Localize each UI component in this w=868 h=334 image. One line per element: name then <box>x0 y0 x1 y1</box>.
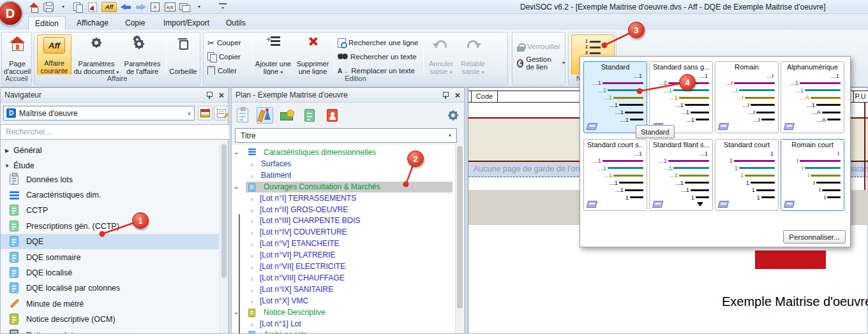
nav-item-cctp[interactable]: CCTP <box>1 203 219 218</box>
numbering-style-romain[interactable]: Romain ...I...I...I...I...I...I...I <box>715 61 779 133</box>
print-dropdown-caret[interactable]: ▾ <box>57 1 69 13</box>
close-icon[interactable] <box>218 92 224 98</box>
nav-item-caracteristiques-dim[interactable]: Caractéristiques dim. <box>1 187 219 203</box>
copy-page-quick-button[interactable] <box>72 1 84 13</box>
plan-contacts-button[interactable] <box>324 107 340 124</box>
qat-overflow-button[interactable]: ▾ <box>217 1 228 13</box>
plan-item-lot-6[interactable]: ›[Lot n°VI] PLATRERIE <box>232 250 454 261</box>
plan-item-lot-8[interactable]: ›[Lot n°VIII] CHAUFFAGE <box>232 273 454 284</box>
tab-edition[interactable]: Edition <box>28 16 66 30</box>
print-quick-button[interactable] <box>43 1 54 13</box>
numbering-style-alphanumerique[interactable]: Alphanumérique ...1...1...1...A...1...A.… <box>781 61 844 133</box>
nav-item-dqe-localise-colonnes[interactable]: DQE localisé par colonnes <box>1 280 219 296</box>
edit-profile-button[interactable] <box>214 106 228 120</box>
copier-button[interactable]: Copier <box>207 50 241 63</box>
search-input[interactable] <box>1 124 229 140</box>
aff-quick-button[interactable]: Aff <box>101 1 117 13</box>
numbering-preview-row: ...1 <box>653 164 709 172</box>
ribbon-group-edition: ✂Couper Copier Coller + Ajouter une lign… <box>203 32 508 85</box>
forward-arrow-icon <box>135 4 146 11</box>
column-header-code[interactable]: Code <box>471 91 498 102</box>
parametres-document-button[interactable]: Paramètres du document ▾ <box>73 34 119 75</box>
nav-item-minute-metre[interactable]: Minute de métré <box>1 296 219 312</box>
windows-dropdown-caret[interactable]: ▾ <box>193 1 205 13</box>
ajouter-ligne-button[interactable]: + Ajouter une ligne ▾ <box>255 34 292 75</box>
plan-item-batiment[interactable]: ›Batiment <box>232 170 454 181</box>
nav-item-notice-descriptive[interactable]: Notice descriptive (OCM) <box>1 312 219 327</box>
corbeille-button[interactable]: Corbeille <box>168 34 198 75</box>
nav-section-general[interactable]: ▶Général <box>1 143 219 158</box>
nav-item-ratios-lots[interactable]: Ratios par lots <box>1 328 219 333</box>
tab-outils[interactable]: Outils <box>220 16 252 30</box>
numbering-preview-row: I <box>784 194 841 201</box>
personnaliser-button[interactable]: Personnaliser... <box>783 230 846 243</box>
nav-item-dqe-sommaire[interactable]: DQE sommaire <box>1 250 219 265</box>
column-header-pu[interactable]: P.U. <box>853 91 868 102</box>
numbering-preview-row: ...I <box>719 109 775 117</box>
parametres-affaire-button[interactable]: Paramètres de l'affaire <box>121 34 164 75</box>
gestion-lien-button[interactable]: Gestion de lien▾ <box>517 57 565 69</box>
plan-section-archives[interactable]: Archives lots <box>232 330 454 333</box>
home-quick-button[interactable] <box>28 1 40 13</box>
plan-item-lot-9[interactable]: ›[Lot n°IX] SANITAIRE <box>232 284 454 295</box>
numbering-style-standard-filant[interactable]: Standard filant s... ...1...1...1...1...… <box>649 139 713 211</box>
navigator-panel: Navigateur D Maîtrise d'oeuvre ∨ ▶Généra… <box>0 87 228 334</box>
affaire-courante-button[interactable]: Aff Affaire courante <box>37 34 71 75</box>
plan-item-lot-10[interactable]: ›[Lot n°X] VMC <box>232 296 454 307</box>
plan-item-lot-notice[interactable]: ›[Lot n°1] Lot <box>232 319 454 330</box>
pdf-export-quick-button[interactable] <box>87 1 98 13</box>
tab-import-export[interactable]: Import/Export <box>157 16 216 30</box>
plan-item-lot-5[interactable]: ›[Lot n°V] ETANCHEITE <box>232 238 454 249</box>
nav-section-etude[interactable]: ▼Étude <box>1 158 219 173</box>
scrollbar-thumb[interactable] <box>457 146 463 309</box>
close-icon[interactable] <box>454 92 460 98</box>
navigator-scrollbar[interactable] <box>220 142 227 333</box>
numbering-style-standard[interactable]: Standard ...1...1...1...1...1...1...1 <box>583 61 647 133</box>
back-quick-button[interactable] <box>120 1 131 13</box>
field-ab-quick-button[interactable]: A|B <box>164 1 176 13</box>
field-a-quick-button[interactable]: A <box>149 1 161 13</box>
plan-item-lot-3[interactable]: ›[Lot n°III] CHARPENTE BOIS <box>232 215 454 226</box>
nav-item-prescriptions-gen[interactable]: Prescriptions gén. (CCTP) <box>1 219 219 234</box>
plan-item-lot-2[interactable]: ›[Lot n°II] GROS-OEUVRE <box>232 205 454 215</box>
page-accueil-button[interactable]: Page d'accueil <box>3 34 31 75</box>
plan-item-lot-1[interactable]: ›[Lot n°I] TERRASSEMENTS <box>232 193 454 204</box>
supprimer-ligne-button[interactable]: Supprimer une ligne <box>293 34 333 75</box>
plan-item-lot-4[interactable]: ›[Lot n°IV] COUVERTURE <box>232 227 454 238</box>
callout-badge-3: 3 <box>628 22 645 38</box>
numbering-style-romain-court[interactable]: Romain court IIIIIII <box>781 139 844 211</box>
nav-item-donnees-lots[interactable]: Données lots <box>1 172 219 187</box>
plan-scrollbar[interactable] <box>455 145 463 333</box>
couper-button[interactable]: ✂Couper <box>207 36 241 49</box>
plan-column-header[interactable]: Titre ▾ <box>235 128 457 143</box>
rechercher-ligne-button[interactable]: Rechercher une ligne <box>338 36 418 49</box>
plan-data-button[interactable] <box>234 107 251 124</box>
dropdown-triangle-icon[interactable] <box>697 202 703 207</box>
nav-item-dqe[interactable]: DQE <box>1 234 219 249</box>
nav-item-dqe-localise[interactable]: DQE localisé <box>1 265 219 280</box>
verrouiller-button[interactable]: Verrouiller <box>517 40 560 53</box>
plan-item-lot-7[interactable]: ›[Lot n°VII] ELECTRICITE <box>232 261 454 272</box>
plan-section-ouvrages[interactable]: ›Ouvrages Consultation & Marchés <box>232 182 454 192</box>
pin-icon[interactable] <box>442 92 448 99</box>
plan-design-button[interactable] <box>257 107 273 124</box>
numbering-style-standard-court[interactable]: Standard court 1111111 <box>715 139 779 211</box>
annuler-saisie-button[interactable]: Annuler saisie ▾ <box>426 34 456 75</box>
windows-quick-button[interactable] <box>179 1 190 13</box>
numbering-style-standard-sans[interactable]: Standard sans g... ...1...1...1...1...1.… <box>649 61 713 133</box>
numbering-style-standard-court-s[interactable]: Standard court s... ...1...1...1...1...1… <box>583 139 647 211</box>
chevron-down-icon: ▾ <box>62 4 64 10</box>
pin-icon[interactable] <box>206 92 212 99</box>
forward-quick-button[interactable] <box>135 1 146 13</box>
library-button[interactable] <box>198 106 213 120</box>
plan-money-button[interactable] <box>279 107 296 124</box>
tab-copie[interactable]: Copie <box>119 16 151 30</box>
rechercher-texte-button[interactable]: Rechercher un texte <box>338 50 418 63</box>
tab-affichage[interactable]: Affichage <box>70 16 115 30</box>
retablir-saisie-button[interactable]: Rétablir saisie ▾ <box>458 34 488 75</box>
profile-selector-dropdown[interactable]: D Maîtrise d'oeuvre ∨ <box>3 106 195 120</box>
plan-section-notice[interactable]: ›Notice Descriptive <box>232 307 454 318</box>
plan-settings-button[interactable] <box>445 107 461 124</box>
scrollbar-thumb[interactable] <box>221 144 227 278</box>
plan-cctp-button[interactable] <box>301 107 318 124</box>
